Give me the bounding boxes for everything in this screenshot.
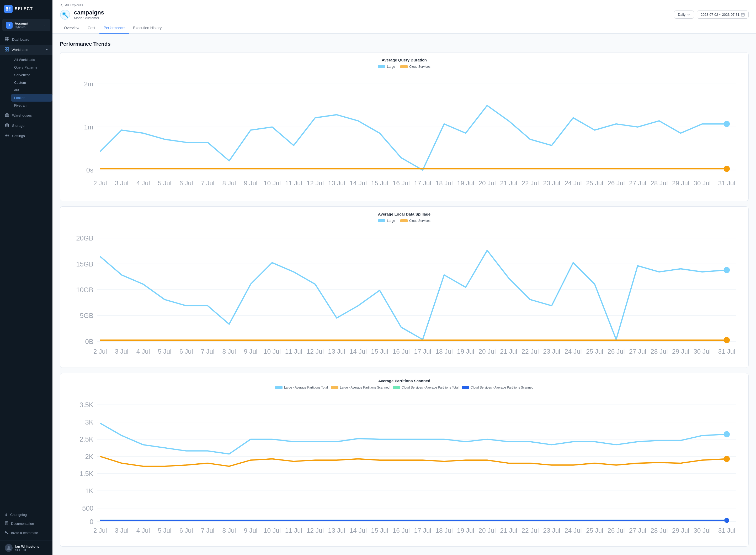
svg-text:18 Jul: 18 Jul [435,348,453,355]
sidebar-item-invite[interactable]: Invite a teammate [0,528,52,538]
topbar: All Explores campaigns Model: customer D… [52,0,756,34]
tab-overview[interactable]: Overview [60,23,83,34]
svg-text:6 Jul: 6 Jul [179,180,193,187]
svg-text:4 Jul: 4 Jul [136,527,150,534]
back-link-label: All Explores [65,3,83,7]
svg-rect-7 [7,39,9,41]
sidebar-item-storage[interactable]: Storage [0,121,52,131]
sidebar-item-label-storage: Storage [12,124,25,128]
legend-swatch-large-1 [378,65,385,68]
svg-text:25 Jul: 25 Jul [586,180,603,187]
svg-text:2 Jul: 2 Jul [93,348,107,355]
svg-text:9 Jul: 9 Jul [244,348,257,355]
sidebar-item-dbt[interactable]: dbt [11,86,52,94]
sidebar-item-query-patterns[interactable]: Query Patterns [11,63,52,71]
svg-text:30 Jul: 30 Jul [694,527,711,534]
svg-text:17 Jul: 17 Jul [414,180,431,187]
account-chevron-icon: ⌄ [44,24,47,27]
page-title: campaigns [74,9,104,16]
svg-text:29 Jul: 29 Jul [672,348,690,355]
changelog-icon: ↺ [5,513,8,517]
sidebar-item-documentation[interactable]: Documentation [0,519,52,528]
svg-text:26 Jul: 26 Jul [608,348,625,355]
main-content: All Explores campaigns Model: customer D… [52,0,756,555]
account-switcher[interactable]: ✦ Account Cyberco ⌄ [2,19,50,31]
svg-text:8 Jul: 8 Jul [223,180,236,187]
sidebar-item-warehouses[interactable]: Warehouses [0,110,52,121]
tab-cost[interactable]: Cost [83,23,99,34]
svg-text:0: 0 [90,518,93,525]
svg-rect-2 [6,9,8,11]
back-link[interactable]: All Explores [60,0,749,9]
svg-rect-8 [5,47,7,49]
svg-text:20 Jul: 20 Jul [478,527,496,534]
svg-rect-11 [7,50,9,51]
chart-legend-1: Large Cloud Services [66,65,742,69]
svg-point-28 [724,121,730,127]
documentation-label: Documentation [11,522,34,525]
settings-icon [5,133,9,138]
sidebar-item-changelog[interactable]: ↺ Changelog [0,510,52,519]
svg-point-70 [724,267,730,273]
chart-legend-2: Large Cloud Services [66,219,742,223]
svg-text:5 Jul: 5 Jul [158,180,172,187]
sidebar-item-label-warehouses: Warehouses [12,114,32,117]
svg-text:23 Jul: 23 Jul [543,348,560,355]
chart-area-2: 20GB 15GB 10GB 5GB 0B 2 Jul 3 Jul 4 Jul … [66,226,742,362]
svg-text:8 Jul: 8 Jul [223,527,236,534]
legend-swatch-cloud-1 [400,65,408,68]
svg-text:4 Jul: 4 Jul [136,180,150,187]
svg-text:6 Jul: 6 Jul [179,348,193,355]
sidebar-item-serverless[interactable]: Serverless [11,71,52,79]
logo-area: SELECT [0,0,52,18]
svg-rect-3 [9,9,10,11]
svg-text:11 Jul: 11 Jul [285,180,302,187]
tab-execution-history[interactable]: Execution History [129,23,166,34]
legend-large-total-3: Large - Average Partitions Total [275,386,328,389]
svg-rect-9 [7,47,9,49]
svg-text:2.5K: 2.5K [80,435,93,443]
account-name: Account [15,22,28,26]
topbar-header: campaigns Model: customer Daily 2023-07-… [60,9,749,23]
user-org: SELECT [15,548,39,552]
tab-performance[interactable]: Performance [99,23,129,34]
svg-text:10 Jul: 10 Jul [264,180,281,187]
svg-text:8 Jul: 8 Jul [223,348,236,355]
sidebar-item-dashboard[interactable]: Dashboard [0,34,52,45]
svg-rect-4 [5,37,7,39]
sidebar-item-label-dashboard: Dashboard [12,38,30,41]
svg-text:10 Jul: 10 Jul [264,527,281,534]
svg-text:9 Jul: 9 Jul [244,527,257,534]
warehouses-icon [5,113,9,118]
svg-text:2m: 2m [84,80,93,88]
sidebar-item-looker[interactable]: Looker [11,94,52,101]
svg-text:5GB: 5GB [80,312,94,319]
svg-text:20GB: 20GB [76,235,93,242]
sidebar-item-label-settings: Settings [12,134,25,138]
legend-large-scanned-3: Large - Average Partitions Scanned [331,386,389,389]
svg-text:27 Jul: 27 Jul [629,348,646,355]
legend-label-large-1: Large [387,65,395,69]
sidebar-item-all-workloads[interactable]: All Workloads [11,56,52,63]
svg-rect-10 [5,50,7,51]
svg-text:2 Jul: 2 Jul [93,180,107,187]
svg-text:16 Jul: 16 Jul [392,348,410,355]
sidebar-item-fivetran[interactable]: Fivetran [11,101,52,109]
sidebar-nav: Dashboard Workloads ▾ All Workloads Quer… [0,32,52,507]
sidebar-user[interactable]: Ian Whitestone SELECT [0,541,52,555]
date-dropdown[interactable]: Daily [674,10,694,18]
svg-text:7 Jul: 7 Jul [201,180,215,187]
svg-text:0s: 0s [86,166,93,174]
svg-text:22 Jul: 22 Jul [521,527,539,534]
svg-text:13 Jul: 13 Jul [328,180,345,187]
explore-icon [60,9,70,20]
sidebar-item-workloads[interactable]: Workloads ▾ [0,45,52,55]
svg-point-119 [724,456,730,462]
sidebar-item-settings[interactable]: Settings [0,131,52,141]
svg-text:14 Jul: 14 Jul [350,180,367,187]
legend-cloud-2: Cloud Services [400,219,430,223]
dashboard-icon [5,37,9,42]
svg-text:24 Jul: 24 Jul [565,527,582,534]
account-icon: ✦ [6,22,13,29]
sidebar-item-custom[interactable]: Custom [11,79,52,86]
